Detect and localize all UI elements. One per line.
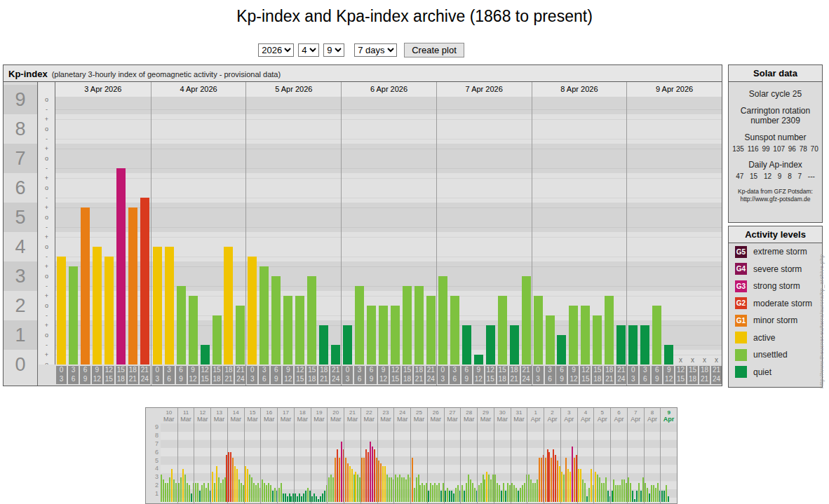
range-select[interactable]: 7 days [354, 43, 397, 57]
kp-chart-title: Kp-index [4, 69, 48, 79]
mini-kp-bar [297, 496, 298, 502]
mini-kp-bar [214, 483, 215, 502]
month-select[interactable]: 4 [298, 43, 319, 57]
date-label: 6 Apr 2026 [341, 82, 436, 97]
mini-kp-bar [299, 493, 300, 502]
mini-kp-bar [607, 491, 609, 502]
period-label: 36 [259, 366, 269, 384]
mini-kp-bar [555, 455, 556, 502]
kp-bar [189, 296, 198, 365]
mini-kp-bar [270, 485, 271, 502]
mini-kp-bar [197, 483, 198, 502]
year-select[interactable]: 2026 [258, 43, 294, 57]
mini-kp-bar [216, 466, 217, 502]
mini-kp-bar [357, 475, 358, 502]
kp-bar [640, 325, 649, 365]
mini-kp-bar [232, 458, 234, 502]
mini-kp-bar [245, 466, 246, 502]
daily-ap-index-values: 47 15 12 9 8 7 --- [729, 172, 822, 180]
y-subtick: - [39, 194, 55, 201]
kp-bar [534, 296, 543, 365]
mini-kp-bar [218, 477, 220, 502]
mini-y-axis-label: 2 [155, 482, 159, 489]
period-label: 1518 [212, 366, 222, 384]
legend-color-chip: G4 [735, 263, 747, 275]
mini-kp-bar [264, 483, 265, 502]
mini-date-label: 18Mar [295, 409, 311, 423]
mini-kp-bar [167, 483, 168, 502]
mini-kp-bar [494, 475, 496, 502]
mini-y-axis-label: 8 [155, 432, 159, 440]
mini-day-column: 5Apr [593, 408, 610, 503]
kp-period-label-row: 0336699121215151818212124033669912121515… [55, 365, 722, 386]
kp-index-chart-panel: Kp-index(planetary 3-hourly index of geo… [3, 64, 722, 386]
mini-kp-bar [380, 463, 382, 502]
period-label: 1518 [687, 366, 698, 384]
mini-kp-bar [401, 477, 403, 502]
solar-data-header: Solar data [729, 65, 822, 82]
legend-item-label: severe storm [753, 264, 802, 274]
mini-kp-bar [272, 491, 274, 502]
y-subtick: - [39, 282, 55, 290]
activity-levels-header: Activity levels [729, 226, 822, 243]
mini-kp-bar [455, 488, 457, 502]
date-label: 5 Apr 2026 [245, 82, 341, 97]
period-day-column: 0336699121215151818212124 [626, 365, 722, 386]
mini-kp-bar [551, 458, 552, 502]
mini-kp-bar [399, 475, 400, 502]
kp-bar [664, 345, 673, 365]
kp-bar [236, 306, 245, 365]
kp-bar [581, 306, 590, 365]
period-day-column: 0336699121215151818212124 [151, 365, 246, 386]
period-label: 1821 [414, 366, 424, 384]
mini-kp-bar [278, 488, 280, 502]
mini-kp-bar [351, 469, 353, 502]
carrington-rotation: Carrington rotation number 2309 [729, 106, 822, 125]
mini-date-label: 29Mar [478, 409, 494, 423]
period-label: 69 [461, 366, 472, 384]
mini-kp-bar [466, 483, 467, 502]
mini-kp-bar [580, 469, 581, 502]
mini-day-column: 8Apr [644, 408, 661, 503]
period-label: 03 [533, 366, 544, 384]
mini-kp-bar [484, 479, 485, 502]
period-label: 2124 [711, 366, 722, 384]
mini-kp-bar [621, 479, 623, 502]
kp-bar [414, 286, 424, 365]
missing-data-marker: x [711, 356, 722, 364]
period-label: 1518 [592, 366, 602, 384]
kp-bar [177, 286, 186, 365]
mini-date-label: 23Mar [378, 409, 394, 423]
period-label: 2124 [426, 366, 436, 384]
day-select[interactable]: 9 [323, 43, 344, 57]
mini-kp-bar [483, 475, 484, 502]
mini-kp-bar [595, 472, 596, 502]
mini-kp-bar [424, 485, 425, 502]
activity-levels-panel: Activity levels G5extreme stormG4severe … [728, 226, 823, 388]
mini-date-label: 9Apr [661, 409, 677, 423]
kp-bar [81, 207, 90, 365]
kp-bar [248, 257, 257, 365]
create-plot-button[interactable]: Create plot [404, 43, 464, 57]
period-label: 03 [56, 366, 67, 384]
mini-y-axis-label: 6 [155, 449, 159, 456]
period-label: 1821 [604, 366, 614, 384]
kp-bar [367, 306, 376, 365]
mini-kp-bar [328, 477, 330, 502]
y-subtick: - [39, 135, 55, 142]
kp-bar [153, 247, 162, 365]
mini-day-column: 26Mar [427, 408, 444, 503]
period-label: 1821 [128, 366, 138, 384]
mini-kp-bar [613, 479, 614, 502]
y-subtick: o [39, 332, 55, 339]
mini-day-column: 4Apr [577, 408, 594, 503]
mini-kp-bar [322, 493, 323, 502]
y-subtick: o [39, 243, 55, 250]
legend-item-label: moderate storm [753, 299, 812, 308]
mini-kp-bar [228, 452, 229, 502]
mini-kp-bar [332, 477, 334, 502]
y-subtick: o [39, 155, 55, 162]
mini-kp-bar [419, 485, 421, 502]
mini-kp-bar [268, 483, 269, 502]
mini-kp-bar [361, 458, 363, 502]
